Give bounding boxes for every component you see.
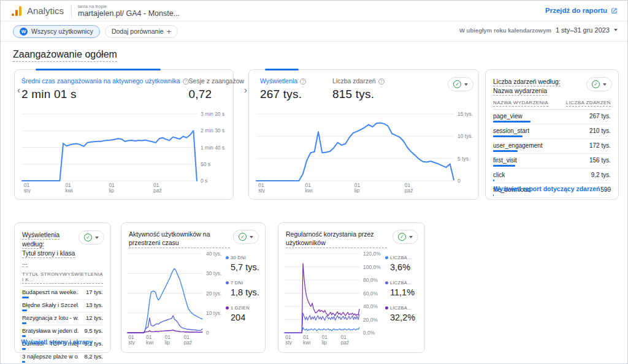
caret-down-icon (250, 236, 253, 238)
data-quality-dropdown[interactable] (448, 77, 473, 91)
user-stickiness-legend: LICZBA... 3,6% LICZBA... 11,1% LICZBA...… (385, 251, 423, 345)
svg-text:100,0%: 100,0% (363, 264, 381, 270)
pages-table-row: Rezygnacja z lotu - w...12 tys. (22, 313, 103, 325)
all-users-chip[interactable]: W Wszyscy użytkownicy (13, 25, 100, 38)
metric-tab-event-count[interactable]: Liczba zdarzeń 815 tys. (332, 77, 448, 101)
svg-text:sty: sty (128, 339, 136, 345)
check-circle-icon (239, 233, 247, 241)
arrow-right-icon: → (603, 185, 610, 192)
series-dot-icon (226, 281, 229, 284)
svg-text:kwi: kwi (65, 188, 72, 193)
analytics-logo-icon (12, 6, 21, 16)
engagement-card: ‹ Średni czas zaangażowania na aktywnego… (14, 69, 234, 200)
svg-text:3 min 20 s: 3 min 20 s (201, 112, 224, 117)
series-dot-icon (226, 256, 229, 259)
help-icon[interactable] (300, 78, 306, 85)
pages-table-row: Błędne Skały i Szczel...13 tys. (22, 300, 103, 313)
plus-icon (167, 28, 172, 36)
user-stickiness-chart: 0,0%20,0%40,0%60,0%80,0%100,0%120,0%01st… (283, 251, 385, 345)
pages-table-row: 3 najlepsze plaże w o...8,2 tys. (22, 351, 103, 364)
metric-tab-avg-engagement-time[interactable]: Średni czas zaangażowania na aktywnego u… (21, 77, 189, 101)
series-dot-icon (385, 256, 388, 259)
top-bar: Analytics łania na tropie martajelen.pl/… (1, 1, 627, 21)
svg-text:lip: lip (165, 339, 170, 345)
card-title[interactable]: Regularność korzystania przez użytkownik… (286, 230, 387, 248)
page-title: Zaangażowanie ogółem (13, 49, 117, 62)
go-to-report-link[interactable]: Przejdź do raportu (545, 7, 618, 14)
svg-text:30 tys.: 30 tys. (206, 270, 221, 276)
engagement-time-chart: 0 s50 s1 min 40 s2 min 30 s3 min 20 s01s… (21, 112, 231, 193)
events-table-row: click9,2 tys. (493, 169, 611, 183)
metric-tab-engaged-sessions[interactable]: Sesje z zaangażow 0,72 (189, 77, 244, 101)
pages-table-row: Budapeszt na weeke...17 tys. (22, 287, 103, 300)
row-bar (493, 165, 515, 167)
svg-text:sty: sty (24, 188, 31, 193)
column-header: LICZBA ZDARZEŃ (566, 100, 611, 107)
legend-item: LICZBA... 32,2% (385, 305, 423, 322)
svg-text:5 tys.: 5 tys. (458, 156, 470, 162)
metric-value: 0,72 (189, 88, 244, 101)
column-header: WYŚWIETLENIA (63, 271, 103, 284)
prev-metric-button[interactable]: ‹ (17, 85, 20, 94)
card-title-line2[interactable]: Tytuł strony i klasa ... (22, 249, 75, 267)
events-table-row: page_view267 tys. (493, 110, 611, 124)
svg-text:lip: lip (109, 188, 114, 193)
caret-down-icon (614, 29, 618, 31)
card-title[interactable]: Aktywność użytkowników na przestrzeni cz… (129, 230, 230, 248)
svg-text:10 tys.: 10 tys. (206, 310, 221, 316)
data-quality-dropdown[interactable] (233, 230, 259, 244)
events-table-row: user_engagement172 tys. (493, 139, 611, 154)
check-circle-icon (592, 80, 600, 88)
view-pages-screens-link[interactable]: Wyświetl strony i ekrany→ (21, 339, 102, 346)
metric-value: 815 tys. (332, 88, 448, 101)
svg-text:0: 0 (206, 330, 209, 336)
series-dot-icon (385, 281, 388, 284)
caret-down-icon (409, 236, 413, 238)
svg-text:paź: paź (341, 339, 350, 345)
views-by-page-card: Wyświetlenia według: Tytuł strony i klas… (14, 222, 111, 353)
svg-text:120,0%: 120,0% (363, 251, 381, 257)
row-bar (493, 121, 530, 123)
card-title-line2[interactable]: Nazwa wydarzenia (493, 87, 547, 96)
events-table: NAZWA WYDARZENIA LICZBA ZDARZEŃ page_vie… (493, 100, 611, 198)
svg-text:lip: lip (354, 188, 360, 193)
svg-text:50 s: 50 s (201, 161, 210, 167)
svg-text:10 tys.: 10 tys. (458, 133, 473, 139)
user-stickiness-card: Regularność korzystania przez użytkownik… (278, 222, 425, 353)
pages-table: TYTUŁ STRONY I K... WYŚWIETLENIA Budapes… (22, 271, 103, 364)
svg-text:0,0%: 0,0% (363, 330, 375, 336)
row-bar (22, 335, 26, 337)
arrow-right-icon: → (96, 339, 102, 346)
legend-item: 7 DNI 1,8 tys. (226, 280, 264, 297)
pages-table-row: Bratysława w jeden d...9,5 tys. (22, 325, 103, 338)
metric-value: 267 tys. (260, 88, 332, 101)
events-table-row: first_visit156 tys. (493, 154, 611, 169)
svg-text:20,0%: 20,0% (363, 317, 378, 323)
add-comparison-chip[interactable]: Dodaj porównanie (105, 25, 178, 38)
row-bar (22, 348, 26, 350)
data-quality-dropdown[interactable] (586, 77, 612, 91)
data-quality-dropdown[interactable] (78, 230, 104, 245)
row-bar (493, 150, 518, 152)
series-dot-icon (226, 306, 229, 309)
help-icon[interactable] (183, 78, 189, 85)
help-icon[interactable] (378, 78, 385, 85)
column-header: NAZWA WYDARZENIA (493, 100, 548, 107)
svg-text:lip: lip (322, 339, 327, 345)
account-label: łania na tropie (78, 4, 180, 9)
date-range-picker[interactable]: W ubiegłym roku kalendarzowym 1 sty–31 g… (459, 26, 618, 34)
view-events-report-link[interactable]: Wyświetl raport dotyczący zdarzeń→ (494, 185, 610, 192)
data-quality-dropdown[interactable] (392, 230, 418, 244)
row-bar (493, 194, 494, 196)
next-metric-button[interactable]: › (244, 85, 247, 94)
svg-text:15 tys.: 15 tys. (458, 112, 473, 117)
card-title-line1: Wyświetlenia według: (22, 231, 59, 249)
views-chart: 05 tys.10 tys.15 tys.01sty01kwi01lip01pa… (255, 112, 476, 193)
svg-text:kwi: kwi (305, 188, 313, 193)
ga4-overview-screen: Analytics łania na tropie martajelen.pl/… (0, 0, 628, 364)
legend-item: 1 DZIEŃ 204 (226, 305, 264, 322)
metric-tab-views[interactable]: Wyświetlenia 267 tys. (260, 77, 332, 101)
user-activity-card: Aktywność użytkowników na przestrzeni cz… (121, 222, 266, 353)
caret-down-icon (603, 83, 607, 86)
property-selector[interactable]: łania na tropie martajelen.pl/ GA4 - Mon… (78, 4, 180, 18)
